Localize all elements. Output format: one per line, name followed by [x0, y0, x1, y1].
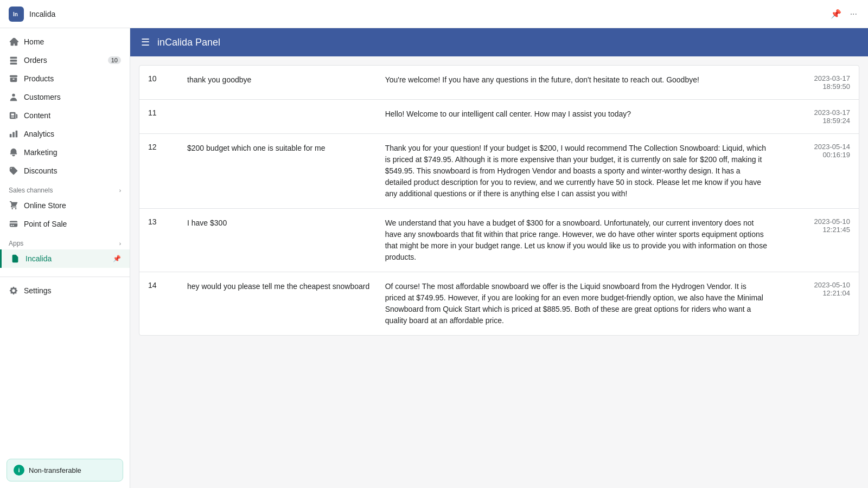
sidebar-label-online-store: Online Store: [24, 201, 66, 210]
sidebar-item-analytics[interactable]: Analytics: [0, 125, 130, 143]
app-logo: In: [9, 7, 24, 22]
chat-table: 10 thank you goodbye You're welcome! If …: [139, 65, 859, 336]
sidebar-item-orders[interactable]: Orders 10: [0, 51, 130, 69]
sidebar-item-settings[interactable]: Settings: [0, 281, 130, 300]
sidebar-item-online-store[interactable]: Online Store: [0, 196, 130, 215]
row-number: 10: [148, 74, 181, 83]
row-answer: You're welcome! If you have any question…: [385, 74, 768, 86]
sidebar-item-products[interactable]: Products: [0, 69, 130, 88]
sidebar-label-customers: Customers: [24, 93, 61, 101]
info-icon: i: [14, 465, 24, 476]
customers-icon: [9, 92, 18, 102]
topbar-actions: 📌 ···: [828, 7, 859, 21]
top-bar: In Incalida 📌 ···: [0, 0, 868, 28]
apps-section[interactable]: Apps ›: [0, 233, 130, 249]
non-transferable-label: Non-transferable: [29, 466, 81, 474]
sidebar-label-incalida: Incalida: [25, 254, 52, 263]
sidebar-label-home: Home: [24, 37, 44, 46]
row-answer: We understand that you have a budget of …: [385, 217, 768, 263]
sidebar-nav: Home Orders 10 Products Customers: [0, 28, 130, 454]
row-date: 2023-03-17 18:59:24: [774, 108, 850, 125]
home-icon: [9, 37, 18, 47]
sales-channels-chevron: ›: [119, 188, 121, 194]
sidebar-item-customers[interactable]: Customers: [0, 88, 130, 106]
row-date: 2023-03-17 18:59:50: [774, 74, 850, 91]
content-icon: [9, 111, 18, 120]
sidebar-label-orders: Orders: [24, 56, 47, 65]
pos-icon: [9, 219, 18, 229]
marketing-icon: [9, 147, 18, 157]
row-question: hey would you please tell me the cheapes…: [187, 281, 379, 292]
row-question: $200 budget which one is suitable for me: [187, 143, 379, 154]
panel-header: ☰ inCalida Panel: [130, 28, 868, 56]
table-row: 10 thank you goodbye You're welcome! If …: [139, 66, 859, 100]
content-area[interactable]: 10 thank you goodbye You're welcome! If …: [130, 56, 868, 488]
settings-icon: [9, 286, 18, 296]
panel-title: inCalida Panel: [157, 37, 220, 48]
sidebar-label-pos: Point of Sale: [24, 220, 67, 228]
row-date: 2023-05-14 00:16:19: [774, 143, 850, 159]
row-number: 11: [148, 108, 181, 117]
row-answer: Of course! The most affordable snowboard…: [385, 281, 768, 326]
topbar-title: Incalida: [29, 10, 823, 18]
row-date: 2023-05-10 12:21:04: [774, 281, 850, 297]
pin-icon[interactable]: 📌: [828, 7, 844, 21]
apps-chevron: ›: [119, 241, 121, 247]
sidebar-label-products: Products: [24, 74, 54, 83]
sidebar-item-discounts[interactable]: Discounts: [0, 162, 130, 180]
orders-badge: 10: [108, 56, 121, 64]
sidebar-item-point-of-sale[interactable]: Point of Sale: [0, 215, 130, 233]
orders-icon: [9, 55, 18, 65]
sidebar-item-marketing[interactable]: Marketing: [0, 143, 130, 162]
store-icon: [9, 201, 18, 210]
non-transferable-banner: i Non-transferable: [7, 459, 123, 481]
more-icon[interactable]: ···: [848, 7, 859, 21]
analytics-icon: [9, 129, 18, 139]
row-question: thank you goodbye: [187, 74, 379, 86]
incalida-pin-icon[interactable]: 📌: [113, 255, 121, 262]
table-row: 13 I have $300 We understand that you ha…: [139, 209, 859, 272]
table-row: 14 hey would you please tell me the chea…: [139, 272, 859, 335]
row-number: 14: [148, 281, 181, 290]
sidebar-label-settings: Settings: [24, 286, 52, 295]
row-question: I have $300: [187, 217, 379, 229]
sidebar-label-content: Content: [24, 111, 50, 120]
hamburger-icon[interactable]: ☰: [141, 36, 150, 48]
table-row: 11 Hello! Welcome to our intelligent cal…: [139, 100, 859, 134]
products-icon: [9, 74, 18, 84]
row-date: 2023-05-10 12:21:45: [774, 217, 850, 234]
svg-text:In: In: [13, 11, 18, 17]
sidebar-item-incalida[interactable]: Incalida 📌: [0, 249, 130, 268]
sidebar-label-analytics: Analytics: [24, 130, 54, 138]
sidebar-item-home[interactable]: Home: [0, 33, 130, 51]
sidebar-label-marketing: Marketing: [24, 148, 57, 157]
sales-channels-section[interactable]: Sales channels ›: [0, 180, 130, 196]
sidebar-item-content[interactable]: Content: [0, 106, 130, 125]
sidebar-label-discounts: Discounts: [24, 166, 57, 175]
row-number: 13: [148, 217, 181, 226]
main-content: ☰ inCalida Panel 10 thank you goodbye Yo…: [130, 28, 868, 488]
row-answer: Hello! Welcome to our intelligent call c…: [385, 108, 768, 120]
discounts-icon: [9, 166, 18, 176]
sidebar: Home Orders 10 Products Customers: [0, 28, 130, 488]
row-answer: Thank you for your question! If your bud…: [385, 143, 768, 200]
app-icon: [10, 254, 20, 264]
table-row: 12 $200 budget which one is suitable for…: [139, 134, 859, 209]
row-number: 12: [148, 143, 181, 151]
